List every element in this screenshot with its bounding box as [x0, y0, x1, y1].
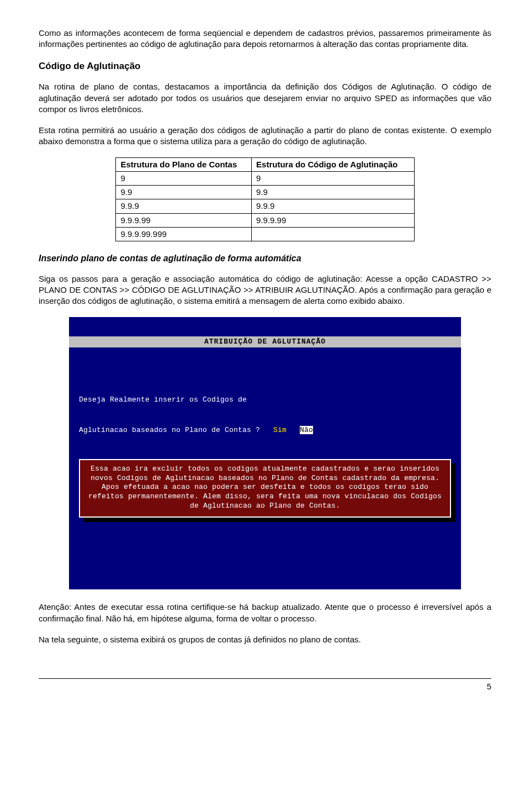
- page-number: 5: [487, 682, 491, 691]
- code-structure-table: Estrutura do Plano de Contas Estrutura d…: [115, 157, 414, 242]
- table-row: 9.9.9 9.9.9: [116, 199, 414, 213]
- terminal-alert-box: Essa acao ira excluir todos os codigos a…: [79, 459, 451, 518]
- cell-aglut: 9: [252, 171, 415, 185]
- terminal-prompt-line1: Deseja Realmente inserir os Codigos de: [79, 395, 451, 405]
- heading-codigo-aglutinacao: Código de Aglutinação: [39, 60, 491, 73]
- cell-plano: 9.9.9.99.999: [116, 227, 252, 241]
- paragraph-steps: Siga os passos para a geração e associaç…: [39, 273, 491, 307]
- table-row: 9 9: [116, 171, 414, 185]
- terminal-prompt-line2: Aglutinacao baseados no Plano de Contas …: [79, 425, 451, 435]
- table-row: 9.9.9.99 9.9.9.99: [116, 213, 414, 227]
- cell-aglut: 9.9.9.99: [252, 213, 415, 227]
- paragraph-tela-seguinte: Na tela seguinte, o sistema exibirá os g…: [39, 634, 491, 645]
- option-sep: [287, 426, 300, 434]
- cell-aglut: 9.9: [252, 186, 415, 199]
- option-sim[interactable]: Sim: [273, 426, 287, 434]
- option-nao[interactable]: Não: [300, 426, 313, 434]
- terminal-title: ATRIBUIÇÃO DE AGLUTINAÇÃO: [69, 336, 461, 348]
- paragraph-codigo-desc: Na rotina de plano de contas, destacamos…: [39, 81, 491, 115]
- table-header-plano: Estrutura do Plano de Contas: [116, 157, 252, 171]
- table-row: 9.9.9.99.999: [116, 227, 414, 241]
- cell-plano: 9.9.9.99: [116, 213, 252, 227]
- table-header-aglutinacao: Estrutura do Código de Aglutinação: [252, 157, 415, 171]
- cell-plano: 9: [116, 171, 252, 185]
- cell-aglut: [252, 227, 415, 241]
- terminal-prompt-pre: Aglutinacao baseados no Plano de Contas …: [79, 426, 273, 434]
- paragraph-rotina-desc: Esta rotina permitirá ao usuário a geraç…: [39, 125, 491, 147]
- intro-paragraph: Como as informações acontecem de forma s…: [39, 28, 491, 50]
- cell-plano: 9.9: [116, 186, 252, 199]
- page-footer: 5: [39, 678, 491, 692]
- heading-inserindo-auto: Inserindo plano de contas de aglutinação…: [39, 252, 491, 265]
- table-row: 9.9 9.9: [116, 186, 414, 199]
- paragraph-atencao: Atenção: Antes de executar essa rotina c…: [39, 602, 491, 624]
- cell-aglut: 9.9.9: [252, 199, 415, 213]
- terminal-screenshot: ATRIBUIÇÃO DE AGLUTINAÇÃO Deseja Realmen…: [69, 317, 461, 590]
- cell-plano: 9.9.9: [116, 199, 252, 213]
- table-row: Estrutura do Plano de Contas Estrutura d…: [116, 157, 414, 171]
